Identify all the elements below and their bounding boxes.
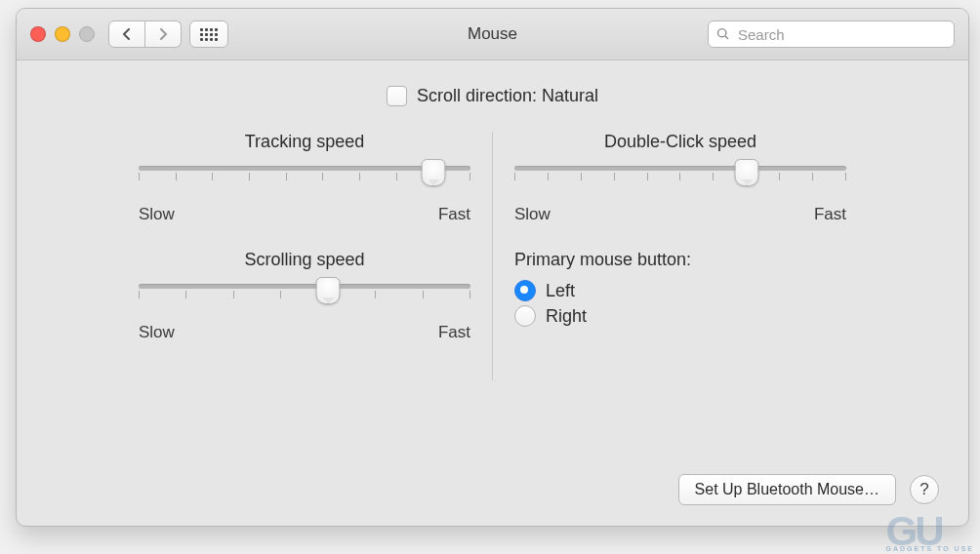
slider-high-label: Fast	[438, 323, 470, 342]
double-click-speed-block: Double-Click speed Slow Fast	[514, 132, 846, 224]
slider-thumb[interactable]	[422, 159, 446, 186]
left-column: Tracking speed Slow Fast Scrolling speed	[117, 132, 492, 380]
slider-low-label: Slow	[139, 205, 175, 224]
scroll-direction-label: Scroll direction: Natural	[417, 86, 598, 106]
scrolling-speed-labels: Slow Fast	[139, 323, 470, 342]
search-field[interactable]	[708, 20, 955, 48]
tracking-speed-slider[interactable]	[139, 160, 470, 203]
slider-low-label: Slow	[139, 323, 175, 342]
scrolling-speed-slider[interactable]	[139, 278, 470, 321]
forward-button[interactable]	[145, 20, 182, 48]
window-controls	[30, 26, 95, 42]
slider-ticks	[139, 291, 470, 300]
scroll-direction-checkbox[interactable]	[387, 86, 407, 106]
scrolling-speed-title: Scrolling speed	[139, 250, 470, 270]
scroll-direction-row: Scroll direction: Natural	[46, 86, 939, 106]
close-window-button[interactable]	[30, 26, 46, 42]
help-icon: ?	[919, 480, 928, 499]
slider-ticks	[514, 173, 846, 182]
primary-button-block: Primary mouse button: Left Right	[514, 250, 846, 327]
search-input[interactable]	[736, 25, 946, 44]
setup-bluetooth-mouse-label: Set Up Bluetooth Mouse…	[695, 481, 879, 498]
settings-columns: Tracking speed Slow Fast Scrolling speed	[46, 132, 939, 380]
double-click-speed-slider[interactable]	[514, 160, 846, 203]
setup-bluetooth-mouse-button[interactable]: Set Up Bluetooth Mouse…	[678, 474, 896, 505]
back-button[interactable]	[108, 20, 145, 48]
chevron-right-icon	[158, 28, 168, 40]
primary-button-left-label: Left	[546, 281, 575, 301]
primary-button-right-row[interactable]: Right	[514, 305, 846, 327]
slider-high-label: Fast	[814, 205, 846, 224]
primary-button-right-radio[interactable]	[514, 305, 536, 327]
double-click-speed-title: Double-Click speed	[514, 132, 846, 152]
nav-segment	[108, 20, 182, 48]
zoom-window-button[interactable]	[79, 26, 95, 42]
scrolling-speed-block: Scrolling speed Slow Fast	[139, 250, 470, 342]
tracking-speed-labels: Slow Fast	[139, 205, 470, 224]
right-column: Double-Click speed Slow Fast Primary mou…	[493, 132, 868, 380]
double-click-speed-labels: Slow Fast	[514, 205, 846, 224]
titlebar: Mouse	[17, 9, 968, 60]
slider-low-label: Slow	[514, 205, 551, 224]
chevron-left-icon	[122, 28, 132, 40]
minimize-window-button[interactable]	[55, 26, 70, 42]
tracking-speed-title: Tracking speed	[139, 132, 470, 152]
show-all-button[interactable]	[189, 20, 228, 48]
primary-button-title: Primary mouse button:	[514, 250, 846, 270]
watermark-tagline: GADGETS TO USE	[886, 545, 975, 552]
primary-button-left-row[interactable]: Left	[514, 280, 846, 301]
help-button[interactable]: ?	[910, 475, 939, 504]
primary-button-left-radio[interactable]	[514, 280, 536, 301]
slider-thumb[interactable]	[316, 277, 341, 304]
preferences-window: Mouse Scroll direction: Natural Tracking…	[16, 8, 969, 527]
grid-icon	[200, 28, 218, 41]
slider-high-label: Fast	[438, 205, 470, 224]
tracking-speed-block: Tracking speed Slow Fast	[139, 132, 470, 224]
search-icon	[716, 27, 730, 41]
pane-body: Scroll direction: Natural Tracking speed…	[17, 60, 968, 527]
slider-track	[514, 166, 846, 171]
slider-track	[139, 284, 470, 289]
primary-button-right-label: Right	[546, 306, 587, 327]
slider-thumb[interactable]	[735, 159, 759, 186]
bottom-row: Set Up Bluetooth Mouse… ?	[678, 474, 939, 505]
